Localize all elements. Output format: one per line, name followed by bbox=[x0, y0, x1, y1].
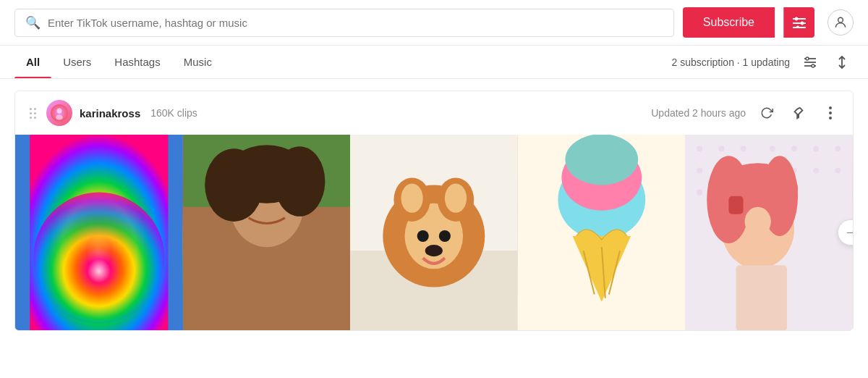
svg-point-66 bbox=[835, 167, 841, 173]
svg-point-11 bbox=[812, 64, 814, 67]
clips-count: 160K clips bbox=[150, 107, 197, 119]
sort-button[interactable] bbox=[830, 51, 854, 74]
refresh-icon bbox=[760, 106, 773, 119]
drag-handle[interactable] bbox=[27, 105, 39, 122]
tabs-left: All Users Hashtags Music bbox=[14, 46, 672, 78]
svg-point-50 bbox=[697, 146, 702, 151]
search-icon: 🔍 bbox=[25, 15, 41, 30]
svg-point-65 bbox=[814, 167, 820, 173]
svg-point-72 bbox=[745, 207, 771, 236]
account-icon[interactable] bbox=[827, 9, 854, 35]
user-header-right: Updated 2 hours ago bbox=[651, 102, 841, 124]
tab-all[interactable]: All bbox=[14, 46, 51, 78]
header: 🔍 Subscribe bbox=[0, 0, 868, 46]
svg-point-4 bbox=[801, 22, 804, 25]
svg-point-18 bbox=[829, 112, 832, 114]
svg-point-59 bbox=[770, 146, 775, 151]
user-header: karinakross 160K clips Updated 2 hours a… bbox=[15, 91, 853, 135]
tab-users[interactable]: Users bbox=[51, 46, 103, 78]
video-thumb-2[interactable] bbox=[183, 135, 351, 330]
search-container: 🔍 bbox=[14, 9, 674, 37]
svg-point-38 bbox=[439, 230, 451, 242]
svg-point-39 bbox=[425, 245, 443, 256]
pin-icon bbox=[793, 106, 804, 119]
video-thumb-3[interactable] bbox=[350, 135, 518, 330]
svg-point-53 bbox=[697, 167, 702, 173]
list-filter-icon bbox=[803, 56, 817, 69]
svg-rect-71 bbox=[729, 196, 744, 214]
svg-point-51 bbox=[719, 146, 725, 151]
video-grid: → bbox=[15, 135, 853, 330]
svg-point-19 bbox=[829, 117, 832, 119]
pin-button[interactable] bbox=[788, 102, 809, 124]
avatar-image bbox=[51, 104, 68, 122]
filter-icon bbox=[793, 17, 806, 28]
video-thumb-1[interactable] bbox=[15, 135, 183, 330]
svg-rect-73 bbox=[736, 265, 787, 330]
svg-point-36 bbox=[445, 184, 467, 213]
svg-point-60 bbox=[791, 146, 797, 151]
video-thumb-5[interactable] bbox=[685, 135, 853, 330]
svg-point-62 bbox=[835, 146, 841, 151]
avatar bbox=[46, 100, 72, 126]
updated-text: Updated 2 hours ago bbox=[651, 107, 746, 119]
svg-point-10 bbox=[806, 57, 809, 60]
person-icon bbox=[833, 15, 848, 30]
more-button[interactable] bbox=[820, 102, 841, 124]
svg-point-3 bbox=[795, 17, 798, 20]
filter-button[interactable] bbox=[783, 7, 814, 38]
svg-point-56 bbox=[697, 190, 702, 196]
svg-point-61 bbox=[814, 146, 820, 151]
subscription-info: 2 subscription · 1 updating bbox=[672, 56, 790, 68]
username: karinakross bbox=[80, 107, 140, 119]
svg-point-35 bbox=[401, 184, 423, 213]
svg-point-22 bbox=[33, 193, 164, 324]
tab-hashtags[interactable]: Hashtags bbox=[103, 46, 171, 78]
svg-point-17 bbox=[829, 106, 832, 109]
refresh-button[interactable] bbox=[756, 102, 778, 124]
subscribe-button[interactable]: Subscribe bbox=[683, 7, 775, 38]
svg-point-15 bbox=[56, 115, 63, 120]
tabs-right: 2 subscription · 1 updating bbox=[672, 51, 854, 74]
tab-music[interactable]: Music bbox=[172, 46, 224, 78]
svg-point-52 bbox=[741, 146, 746, 151]
user-section: karinakross 160K clips Updated 2 hours a… bbox=[14, 91, 854, 331]
svg-point-14 bbox=[57, 109, 62, 114]
svg-point-37 bbox=[417, 230, 429, 242]
svg-point-6 bbox=[838, 17, 843, 22]
video-thumb-4[interactable] bbox=[518, 135, 686, 330]
content-area: karinakross 160K clips Updated 2 hours a… bbox=[0, 79, 868, 343]
tabs-bar: All Users Hashtags Music 2 subscription … bbox=[0, 46, 868, 79]
sort-icon bbox=[835, 55, 848, 70]
list-filter-button[interactable] bbox=[799, 51, 822, 74]
svg-point-28 bbox=[226, 145, 307, 203]
svg-point-43 bbox=[565, 135, 638, 185]
more-icon bbox=[829, 106, 832, 119]
svg-point-5 bbox=[796, 26, 799, 28]
search-input[interactable] bbox=[48, 17, 663, 29]
arrow-right-icon: → bbox=[844, 225, 854, 240]
